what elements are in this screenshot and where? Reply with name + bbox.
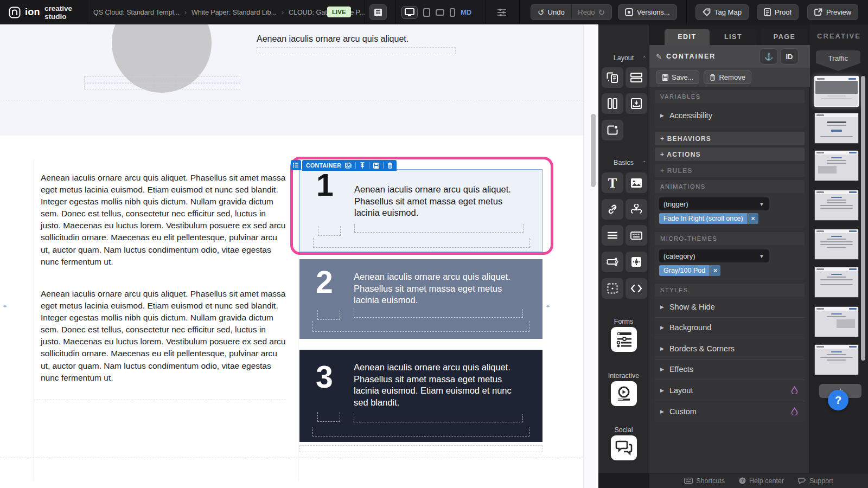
save-element-button[interactable]: Save... xyxy=(656,70,699,84)
support-link[interactable]: Support xyxy=(798,477,833,485)
add-placeholder-button[interactable] xyxy=(602,278,623,299)
redo-button[interactable]: Redo ↻ xyxy=(571,5,611,20)
collapse-layout-chevron[interactable]: ⌃ xyxy=(642,55,647,61)
proof-button[interactable]: Proof xyxy=(757,4,799,20)
pod-number[interactable]: 2 xyxy=(316,267,333,298)
style-row-background[interactable]: ▶ Background xyxy=(655,318,805,339)
add-responsive-layout-button[interactable] xyxy=(602,67,623,88)
add-keyboard-button[interactable] xyxy=(626,225,647,246)
add-text-button[interactable]: T xyxy=(602,172,623,193)
page-thumbnail-7[interactable] xyxy=(814,306,859,337)
page-thumbnail-4[interactable] xyxy=(814,190,859,221)
micro-theme-chip[interactable]: Gray/100 Pod ✕ xyxy=(659,265,720,276)
import-layout-button[interactable] xyxy=(626,93,647,114)
add-container-button[interactable] xyxy=(602,120,623,140)
canvas-scroll-gutter xyxy=(583,24,598,488)
add-interactive-button[interactable] xyxy=(611,381,637,406)
pod-text[interactable]: Aenean iaculis ornare arcu quis aliquet.… xyxy=(354,184,521,219)
add-widget-button[interactable] xyxy=(626,252,647,272)
versions-icon xyxy=(625,8,633,16)
preview-button[interactable]: Preview xyxy=(807,4,858,20)
tablet-breakpoint-button[interactable] xyxy=(423,8,430,17)
import-icon xyxy=(631,98,642,109)
page-thumbnail-5[interactable] xyxy=(814,229,859,260)
remove-micro-theme-button[interactable]: ✕ xyxy=(710,265,720,276)
style-row-custom[interactable]: ▶ Custom xyxy=(655,401,805,422)
code-icon xyxy=(630,284,642,293)
breadcrumb-item-campaign[interactable]: White Paper: Standard Lib... xyxy=(192,9,277,16)
add-behaviors-button[interactable]: + BEHAVIORS xyxy=(655,132,805,145)
add-list-button[interactable] xyxy=(602,225,623,246)
app-logo[interactable]: ion creative studio xyxy=(0,0,87,24)
add-social-button[interactable] xyxy=(611,435,637,460)
breadcrumb-item-portal[interactable]: QS Cloud: Standard Templ... xyxy=(93,9,180,16)
style-row-show-hide[interactable]: ▶ Show & Hide xyxy=(655,297,805,318)
design-canvas[interactable]: Aenean iaculis ornare arcu quis aliquet.… xyxy=(0,24,583,488)
body-paragraph-2[interactable]: Aenean iaculis ornare arcu quis aliquet.… xyxy=(41,288,286,384)
page-settings-button[interactable] xyxy=(493,4,511,20)
resize-handle[interactable]: ◂▸ xyxy=(3,303,7,309)
tab-list[interactable]: LIST xyxy=(710,29,756,45)
remove-animation-button[interactable]: ✕ xyxy=(748,213,758,224)
tab-edit[interactable]: EDIT xyxy=(665,29,710,45)
style-row-layout[interactable]: ▶ Layout xyxy=(655,380,805,401)
canvas-scrollbar[interactable] xyxy=(591,114,596,187)
remove-element-button[interactable]: Remove xyxy=(704,70,751,84)
numbered-pod-3[interactable]: 3 Aenean iaculis ornare arcu quis alique… xyxy=(299,350,542,442)
style-row-borders-corners[interactable]: ▶ Borders & Corners xyxy=(655,338,805,359)
add-image-button[interactable] xyxy=(626,172,647,193)
page-thumbnail-3[interactable] xyxy=(814,150,859,181)
undo-button[interactable]: ↺ Undo xyxy=(531,5,571,20)
add-form-button[interactable] xyxy=(611,327,637,352)
add-rows-button[interactable] xyxy=(626,67,647,88)
delete-element-button[interactable] xyxy=(387,162,393,169)
style-row-effects[interactable]: ▶ Effects xyxy=(655,359,805,381)
pages-scrollbar[interactable] xyxy=(861,76,865,361)
versions-button[interactable]: Versions... xyxy=(618,4,677,20)
pod-number[interactable]: 1 xyxy=(316,170,333,201)
shortcuts-link[interactable]: Shortcuts xyxy=(684,477,725,485)
resize-handle[interactable]: ◂▸ xyxy=(546,303,550,309)
page-thumbnail-2[interactable] xyxy=(814,113,859,144)
add-rules-button[interactable]: + RULES xyxy=(655,164,805,177)
expand-triangle-icon: ▶ xyxy=(660,409,664,414)
add-coupon-button[interactable] xyxy=(602,252,623,272)
micro-themes-section-body: (category) ▼ Gray/100 Pod ✕ xyxy=(655,245,805,280)
add-code-button[interactable] xyxy=(626,278,647,299)
pin-element-button[interactable] xyxy=(360,162,365,169)
anchor-button[interactable]: ⚓ xyxy=(760,48,778,65)
page-thumbnail-1-selected[interactable] xyxy=(814,76,859,107)
page-thumbnail-8[interactable] xyxy=(814,344,859,375)
element-tree-button[interactable] xyxy=(291,160,301,170)
active-breakpoint-label[interactable]: MD xyxy=(461,8,471,16)
save-element-button[interactable] xyxy=(373,163,379,169)
pod-text[interactable]: Aenean iaculis ornare arcu quis aliquet.… xyxy=(354,271,521,306)
tablet-landscape-breakpoint-button[interactable] xyxy=(436,9,444,16)
phone-breakpoint-button[interactable] xyxy=(450,8,455,17)
id-button[interactable]: ID xyxy=(780,48,799,65)
hero-heading-text[interactable]: Aenean iaculis ornare arcu quis aliquet. xyxy=(257,34,409,44)
add-actions-button[interactable]: + ACTIONS xyxy=(655,147,805,161)
numbered-pod-1[interactable]: 1 Aenean iaculis ornare arcu quis alique… xyxy=(299,169,542,252)
collapse-basics-chevron[interactable]: ⌃ xyxy=(642,160,647,166)
desktop-breakpoint-button[interactable] xyxy=(401,6,418,19)
pod-number[interactable]: 3 xyxy=(316,362,333,393)
pod-text[interactable]: Aenean iaculis ornare arcu quis aliquet.… xyxy=(354,362,521,408)
add-columns-button[interactable] xyxy=(602,93,623,114)
category-select[interactable]: (category) ▼ xyxy=(659,249,769,262)
animation-chip[interactable]: Fade In Right (scroll once) ✕ xyxy=(659,213,758,224)
add-link-button[interactable] xyxy=(602,199,623,220)
numbered-pod-2[interactable]: 2 Aenean iaculis ornare arcu quis alique… xyxy=(299,259,542,339)
tag-map-button[interactable]: Tag Map xyxy=(695,4,749,20)
body-paragraph-1[interactable]: Aenean iaculis ornare arcu quis aliquet.… xyxy=(41,172,286,268)
page-outline-button[interactable] xyxy=(369,4,387,20)
help-center-link[interactable]: ? Help center xyxy=(739,477,784,485)
selected-element-label: CONTAINER xyxy=(306,162,341,169)
toolbar-divider xyxy=(686,0,687,24)
tab-page[interactable]: PAGE xyxy=(761,29,808,45)
accessibility-expander[interactable]: ▶ Accessibility xyxy=(655,111,712,120)
help-button[interactable]: ? xyxy=(828,390,848,410)
trigger-select[interactable]: (trigger) ▼ xyxy=(659,197,769,210)
add-share-button[interactable] xyxy=(626,199,647,220)
page-thumbnail-6[interactable] xyxy=(814,267,859,298)
